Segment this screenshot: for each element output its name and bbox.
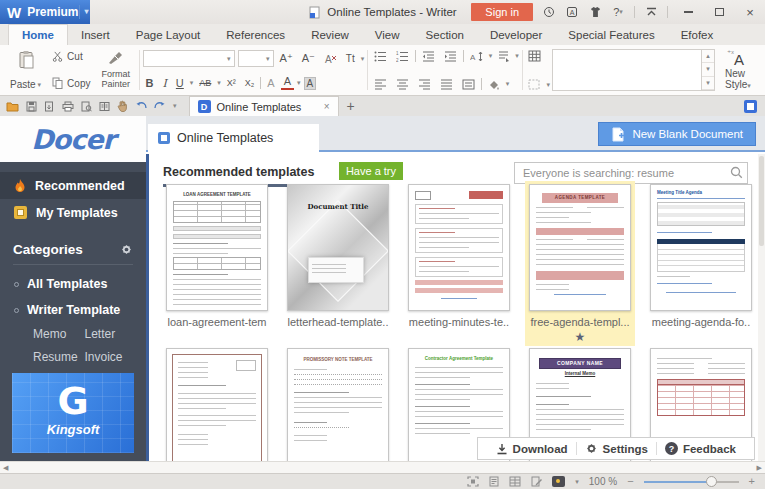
italic-button[interactable]: I [160,77,170,90]
zoom-out-button[interactable]: − [627,476,633,487]
multi-page-view-icon[interactable] [509,476,521,487]
undo-icon[interactable] [135,101,147,111]
page-view-icon[interactable] [489,476,499,487]
tab-special-features[interactable]: Special Features [555,24,667,45]
fit-page-icon[interactable] [467,476,479,487]
template-thumbnail[interactable] [166,348,268,461]
help-icon[interactable]: ?▾ [611,5,625,19]
paragraph-dropdown-icon[interactable]: ▾ [515,52,519,60]
font-size-combobox[interactable]: ▾ [238,50,274,67]
font-color-button[interactable]: A [281,76,294,90]
shading-button[interactable] [485,79,503,90]
shrink-font-button[interactable]: A⁻ [299,52,318,65]
highlight-button[interactable]: A [304,77,317,90]
print-icon[interactable] [62,101,74,112]
help-dropdown-icon[interactable]: ▾ [619,8,623,16]
gear-icon[interactable] [120,243,133,256]
template-thumbnail[interactable]: AGENDA TEMPLATE [529,184,631,311]
format-painter-button[interactable]: Format Painter [95,48,136,92]
search-icon[interactable] [730,166,743,179]
subscript-button[interactable]: X₂ [242,78,258,88]
line-spacing-dropdown-icon[interactable]: ▾ [489,52,493,60]
insert-table-button[interactable] [525,50,550,62]
tab-review[interactable]: Review [298,24,362,45]
zoom-slider[interactable] [644,481,739,483]
change-case-dropdown-icon[interactable]: ▾ [361,55,365,63]
kingsoft-ad-banner[interactable]: G Kingsoft [12,373,134,453]
bullet-list-button[interactable] [371,51,390,62]
view-options-dropdown-icon[interactable]: ▾ [575,478,579,486]
superscript-button[interactable]: X² [224,78,239,88]
template-thumbnail[interactable]: LOAN AGREEMENT TEMPLATE [166,184,268,311]
subcategory-letter[interactable]: Letter [85,327,137,341]
paste-button[interactable]: Paste▾ [4,48,47,92]
premium-menu-button[interactable]: W Premium ▾ [0,0,90,24]
template-card-meeting-agenda[interactable]: Meeting Title Agenda meeting-agenda-fo.. [646,184,756,346]
eye-protection-icon[interactable] [552,476,565,487]
clear-format-button[interactable]: A [321,53,340,65]
gallery-expand-button[interactable]: ▾ [702,77,714,90]
skin-icon[interactable] [588,5,602,19]
tab-developer[interactable]: Developer [477,24,555,45]
close-button[interactable]: × [739,4,761,20]
template-thumbnail[interactable]: Meeting Title Agenda [650,184,752,311]
increase-indent-button[interactable] [441,51,460,62]
template-card-promissory-note[interactable]: PROMISSORY NOTE TEMPLATE [283,348,393,461]
decrease-indent-button[interactable] [419,51,438,62]
quick-access-dropdown-icon[interactable]: ▾ [173,102,177,110]
feedback-button[interactable]: ? Feedback [657,442,744,455]
new-tab-button[interactable]: + [339,96,363,116]
bold-button[interactable]: B [143,77,157,89]
favorite-star-icon[interactable]: ★ [525,330,635,344]
read-mode-icon[interactable] [99,101,110,112]
docs-icon[interactable]: A [565,5,579,19]
maximize-button[interactable] [708,4,730,20]
underline-dropdown-icon[interactable]: ▾ [190,79,194,87]
template-card-meeting-minutes[interactable]: meeting-minutes-te.. [404,184,514,346]
new-style-button[interactable]: ⁺ˣA New Style▾ [717,48,761,92]
sidebar-item-writer-template[interactable]: Writer Template [0,303,146,317]
line-spacing-button[interactable]: A [467,51,486,62]
tab-insert[interactable]: Insert [68,24,123,45]
horizontal-scrollbar[interactable]: ◀ ▶ [0,461,765,473]
tab-efofex[interactable]: Efofex [668,24,727,45]
distribute-button[interactable] [459,79,478,90]
scroll-right-icon[interactable]: ▶ [757,464,762,472]
gallery-scroll-up-button[interactable]: ▴ [702,50,714,63]
font-color-dropdown-icon[interactable]: ▾ [297,79,301,87]
premium-dropdown-icon[interactable]: ▾ [79,5,89,19]
align-right-button[interactable] [415,79,434,90]
align-left-button[interactable] [371,79,390,90]
export-pdf-icon[interactable] [44,101,55,112]
sidebar-item-recommended[interactable]: Recommended [0,172,146,199]
sign-in-button[interactable]: Sign in [471,3,533,21]
scroll-left-icon[interactable]: ◀ [3,464,8,472]
download-button[interactable]: Download [488,443,576,455]
numbered-list-button[interactable]: 12 [393,51,412,62]
styles-gallery-box[interactable] [552,49,702,91]
template-card-letter[interactable] [162,348,272,461]
tab-close-icon[interactable]: × [324,101,330,112]
underline-button[interactable]: U [173,77,187,89]
template-card-letterhead[interactable]: Document Title letterhead-template.. [283,184,393,346]
template-card-free-agenda[interactable]: AGENDA TEMPLATE free-agenda-templ... ★ [525,181,635,346]
open-folder-icon[interactable] [6,101,19,112]
sidebar-item-my-templates[interactable]: My Templates [0,199,146,226]
have-a-try-button[interactable]: Have a try [339,162,403,180]
zoom-in-button[interactable]: + [749,476,755,487]
template-thumbnail[interactable]: Document Title [287,184,389,311]
change-case-button[interactable]: Tt [343,53,358,64]
new-style-dropdown-icon[interactable]: ▾ [747,82,751,89]
paragraph-settings-button[interactable] [495,51,512,62]
copy-button[interactable]: Copy [49,76,93,90]
sidebar-item-all-templates[interactable]: All Templates [0,277,146,291]
paste-dropdown-icon[interactable]: ▾ [38,81,42,89]
template-thumbnail[interactable]: PROMISSORY NOTE TEMPLATE [287,348,389,461]
redo-icon[interactable] [154,101,166,111]
strikethrough-button[interactable]: AB [196,78,214,88]
char-border-button[interactable]: A [264,77,277,89]
tab-view[interactable]: View [362,24,413,45]
borders-dropdown-icon[interactable]: ▾ [546,81,550,89]
subcategory-resume[interactable]: Resume [33,350,85,364]
subcategory-invoice[interactable]: Invoice [85,350,137,364]
